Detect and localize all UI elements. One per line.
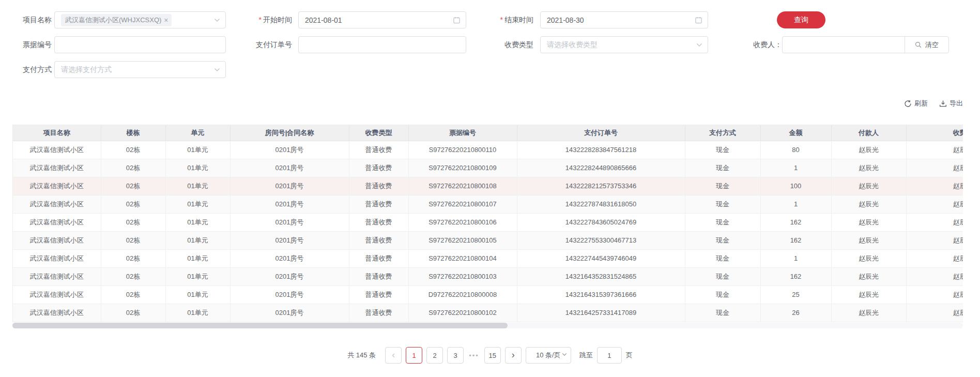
table-cell: 02栋: [101, 285, 165, 304]
ticket-number-input[interactable]: [61, 37, 219, 53]
horizontal-scrollbar-thumb[interactable]: [12, 323, 508, 328]
table-row[interactable]: 武汉嘉信测试小区02栋01单元0201房号普通收费S97276220210800…: [13, 231, 963, 249]
pay-method-select[interactable]: 请选择支付方式: [54, 61, 226, 78]
table-cell: S97276220210800102: [408, 304, 517, 322]
table-cell: 武汉嘉信测试小区: [13, 141, 101, 159]
table-cell: 1432227445439746049: [517, 249, 685, 267]
pay-order-input[interactable]: [305, 37, 460, 53]
chevron-down-icon: [214, 68, 220, 72]
table-cell: S97276220210800108: [408, 177, 517, 195]
table-cell: 普通收费: [349, 267, 408, 285]
table-cell: 武汉嘉信测试小区: [13, 267, 101, 285]
ticket-number-label: 票据编号: [12, 36, 52, 53]
table-cell: 赵辰光: [831, 141, 906, 159]
jump-to-input[interactable]: [597, 347, 622, 364]
prev-page-button[interactable]: ‹: [385, 347, 402, 364]
table-cell: 162: [760, 213, 831, 231]
table-row[interactable]: 武汉嘉信测试小区02栋01单元0201房号普通收费S97276220210800…: [13, 159, 963, 177]
project-tag-label: 武汉嘉信测试小区(WHJXCSXQ): [65, 16, 161, 25]
table-cell: 现金: [685, 213, 760, 231]
start-time-label: *开始时间: [235, 11, 292, 28]
next-page-button[interactable]: ›: [505, 347, 522, 364]
jump-to-label: 跳至: [579, 351, 593, 360]
table-cell: 0201房号: [230, 195, 349, 213]
table-cell: 1432227553300467713: [517, 231, 685, 249]
collector-label: 收费人：: [746, 36, 782, 53]
table-cell: 01单元: [165, 177, 230, 195]
table-row[interactable]: 武汉嘉信测试小区02栋01单元0201房号普通收费S97276220210800…: [13, 267, 963, 285]
download-icon: [939, 100, 947, 108]
chevron-right-icon: ›: [512, 350, 515, 359]
table-cell: 26: [760, 304, 831, 322]
refresh-button[interactable]: 刷新: [904, 99, 928, 108]
table-cell: 1: [760, 159, 831, 177]
table-header-row: 项目名称楼栋单元房间号|合同名称收费类型票据编号支付订单号支付方式金额付款人收费…: [13, 125, 963, 141]
table-cell: 普通收费: [349, 159, 408, 177]
query-button[interactable]: 查询: [777, 11, 825, 28]
table-cell: 现金: [685, 141, 760, 159]
collector-clear-button[interactable]: 清空: [905, 36, 949, 53]
column-header: 楼栋: [101, 125, 165, 141]
table-cell: S97276220210800107: [408, 195, 517, 213]
table-cell: 02栋: [101, 249, 165, 267]
table-row[interactable]: 武汉嘉信测试小区02栋01单元0201房号普通收费S97276220210800…: [13, 195, 963, 213]
table-cell: 赵辰光: [831, 285, 906, 304]
tag-close-icon[interactable]: ×: [164, 17, 168, 24]
project-name-select[interactable]: 武汉嘉信测试小区(WHJXCSXQ) ×: [54, 11, 226, 28]
table-cell: 02栋: [101, 159, 165, 177]
table-cell: 01单元: [165, 141, 230, 159]
table-cell: 02栋: [101, 231, 165, 249]
chevron-down-icon: [214, 18, 220, 22]
fee-type-select[interactable]: 请选择收费类型: [540, 36, 708, 53]
fee-type-label: 收费类型: [486, 36, 533, 53]
end-date-input[interactable]: 2021-08-30: [540, 11, 708, 28]
table-cell: 1432164257331417089: [517, 304, 685, 322]
fee-table-container: 项目名称楼栋单元房间号|合同名称收费类型票据编号支付订单号支付方式金额付款人收费…: [12, 125, 963, 322]
pagination-ellipsis[interactable]: •••: [468, 352, 480, 359]
table-cell: 赵辰光: [831, 304, 906, 322]
column-header: 房间号|合同名称: [230, 125, 349, 141]
table-row[interactable]: 武汉嘉信测试小区02栋01单元0201房号普通收费S97276220210800…: [13, 141, 963, 159]
page-size-select[interactable]: 10 条/页: [526, 347, 571, 364]
table-cell: 赵辰光: [906, 285, 963, 304]
table-cell: D97276220210800008: [408, 285, 517, 304]
table-row[interactable]: 武汉嘉信测试小区02栋01单元0201房号普通收费D97276220210800…: [13, 285, 963, 304]
pay-method-label: 支付方式: [12, 61, 52, 78]
page-button-15[interactable]: 15: [484, 347, 501, 364]
table-cell: 武汉嘉信测试小区: [13, 249, 101, 267]
table-cell: 0201房号: [230, 141, 349, 159]
export-button[interactable]: 导出: [939, 99, 963, 108]
table-cell: 赵辰光: [831, 213, 906, 231]
table-row[interactable]: 武汉嘉信测试小区02栋01单元0201房号普通收费S97276220210800…: [13, 177, 963, 195]
table-toolbar: 刷新 导出: [904, 99, 963, 108]
collector-field: [782, 36, 905, 53]
column-header: 金额: [760, 125, 831, 141]
table-row[interactable]: 武汉嘉信测试小区02栋01单元0201房号普通收费S97276220210800…: [13, 304, 963, 322]
collector-input[interactable]: [789, 37, 898, 53]
table-cell: 现金: [685, 195, 760, 213]
table-cell: 赵辰光: [831, 177, 906, 195]
required-asterisk: *: [259, 16, 262, 24]
ticket-number-field: [54, 36, 226, 53]
table-row[interactable]: 武汉嘉信测试小区02栋01单元0201房号普通收费S97276220210800…: [13, 249, 963, 267]
page-button-3[interactable]: 3: [447, 347, 464, 364]
table-cell: 普通收费: [349, 195, 408, 213]
column-header: 收费人: [906, 125, 963, 141]
start-date-input[interactable]: 2021-08-01: [298, 11, 466, 28]
table-cell: 武汉嘉信测试小区: [13, 195, 101, 213]
table-cell: 赵辰光: [906, 267, 963, 285]
table-cell: 武汉嘉信测试小区: [13, 304, 101, 322]
page-button-1[interactable]: 1: [406, 347, 422, 364]
chevron-down-icon: [696, 43, 702, 47]
refresh-icon: [904, 100, 912, 108]
table-cell: 普通收费: [349, 304, 408, 322]
table-cell: 赵辰光: [906, 304, 963, 322]
table-cell: 现金: [685, 159, 760, 177]
page-button-2[interactable]: 2: [426, 347, 443, 364]
table-cell: 赵辰光: [831, 195, 906, 213]
table-row[interactable]: 武汉嘉信测试小区02栋01单元0201房号普通收费S97276220210800…: [13, 213, 963, 231]
table-cell: 0201房号: [230, 177, 349, 195]
table-cell: 1432164352831524865: [517, 267, 685, 285]
table-cell: 赵辰光: [906, 213, 963, 231]
search-icon[interactable]: [915, 41, 922, 48]
